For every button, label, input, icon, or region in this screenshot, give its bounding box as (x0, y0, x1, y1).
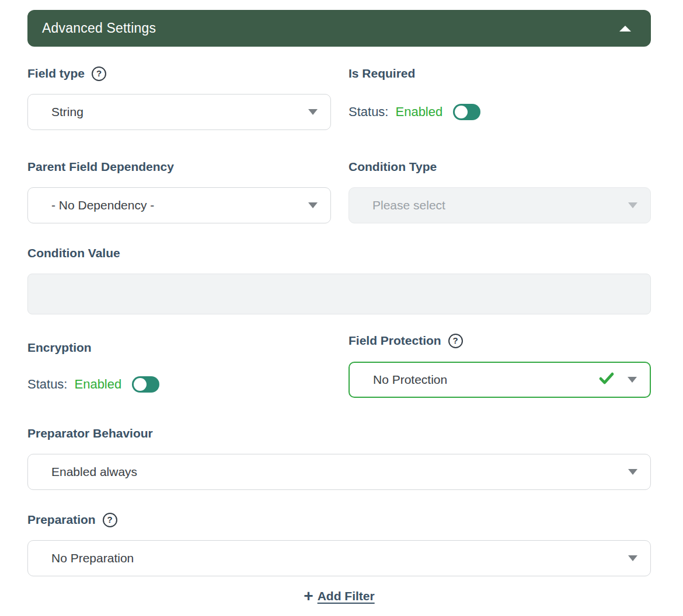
caret-down-icon (308, 202, 318, 208)
field-protection-value: No Protection (373, 373, 447, 387)
parent-dependency-group: Parent Field Dependency - No Dependency … (27, 159, 331, 223)
caret-down-icon (628, 469, 637, 475)
is-required-status-row: Status: Enabled (349, 104, 651, 120)
is-required-label: Is Required (349, 66, 415, 81)
toggle-knob (455, 106, 468, 118)
condition-type-label-row: Condition Type (349, 159, 651, 174)
field-type-select[interactable]: String (27, 94, 331, 130)
field-protection-group: Field Protection ? No Protection (349, 333, 651, 398)
row-preparator-behaviour: Preparator Behaviour Enabled always (27, 426, 651, 490)
status-label: Status: (349, 104, 388, 120)
is-required-toggle[interactable] (453, 104, 480, 120)
row-preparation: Preparation ? No Preparation (27, 512, 651, 576)
field-type-label: Field type (27, 66, 85, 81)
condition-type-placeholder: Please select (372, 198, 445, 212)
advanced-settings-panel: Advanced Settings Field type ? String Is… (0, 0, 683, 604)
condition-type-group: Condition Type Please select (349, 159, 651, 223)
encryption-group: Encryption Status: Enabled (27, 333, 331, 398)
parent-dependency-select[interactable]: - No Dependency - (27, 187, 331, 223)
row-encryption-protection: Encryption Status: Enabled Field Protect… (27, 333, 651, 398)
advanced-settings-header[interactable]: Advanced Settings (27, 10, 651, 47)
is-required-group: Is Required Status: Enabled (349, 66, 651, 130)
field-protection-label: Field Protection (349, 333, 441, 348)
help-icon[interactable]: ? (448, 334, 463, 348)
field-type-label-row: Field type ? (27, 66, 331, 81)
preparator-behaviour-label: Preparator Behaviour (27, 426, 153, 441)
condition-value-label: Condition Value (27, 246, 120, 261)
field-protection-select[interactable]: No Protection (349, 362, 651, 398)
accordion-title: Advanced Settings (42, 20, 156, 36)
field-protection-label-row: Field Protection ? (349, 333, 651, 348)
preparation-label: Preparation (27, 512, 96, 527)
condition-type-label: Condition Type (349, 159, 437, 174)
field-type-value: String (51, 105, 83, 119)
help-icon[interactable]: ? (92, 66, 106, 81)
status-value: Enabled (395, 104, 442, 120)
add-filter-label: Add Filter (318, 589, 375, 603)
encryption-label: Encryption (27, 340, 92, 355)
caret-down-icon (628, 377, 637, 383)
caret-down-icon (628, 202, 637, 208)
add-filter-button[interactable]: + Add Filter (304, 588, 374, 604)
status-value: Enabled (74, 377, 121, 392)
row-field-type: Field type ? String Is Required Status: … (27, 66, 651, 130)
parent-dependency-label: Parent Field Dependency (27, 159, 174, 174)
toggle-knob (134, 378, 147, 391)
status-label: Status: (27, 377, 67, 392)
encryption-toggle[interactable] (132, 376, 159, 393)
check-icon (597, 369, 616, 391)
caret-down-icon (308, 109, 318, 115)
condition-value-input (27, 274, 651, 314)
parent-dependency-value: - No Dependency - (51, 198, 154, 212)
help-icon[interactable]: ? (103, 513, 117, 527)
add-filter-row: + Add Filter (27, 588, 651, 604)
preparation-value: No Preparation (51, 551, 134, 565)
field-type-group: Field type ? String (27, 66, 331, 130)
preparation-label-row: Preparation ? (27, 512, 651, 527)
condition-type-select: Please select (349, 187, 651, 223)
encryption-status-row: Status: Enabled (27, 376, 331, 393)
preparator-behaviour-label-row: Preparator Behaviour (27, 426, 651, 441)
preparation-select[interactable]: No Preparation (27, 540, 651, 576)
chevron-up-icon[interactable] (619, 26, 631, 32)
preparator-behaviour-select[interactable]: Enabled always (27, 454, 651, 490)
row-condition-value: Condition Value (27, 246, 651, 314)
caret-down-icon (628, 555, 637, 561)
row-dependency: Parent Field Dependency - No Dependency … (27, 159, 651, 223)
condition-value-label-row: Condition Value (27, 246, 651, 261)
plus-icon: + (304, 588, 313, 604)
preparator-behaviour-value: Enabled always (51, 465, 137, 479)
encryption-label-row: Encryption (27, 340, 331, 355)
is-required-label-row: Is Required (349, 66, 651, 81)
parent-dependency-label-row: Parent Field Dependency (27, 159, 331, 174)
